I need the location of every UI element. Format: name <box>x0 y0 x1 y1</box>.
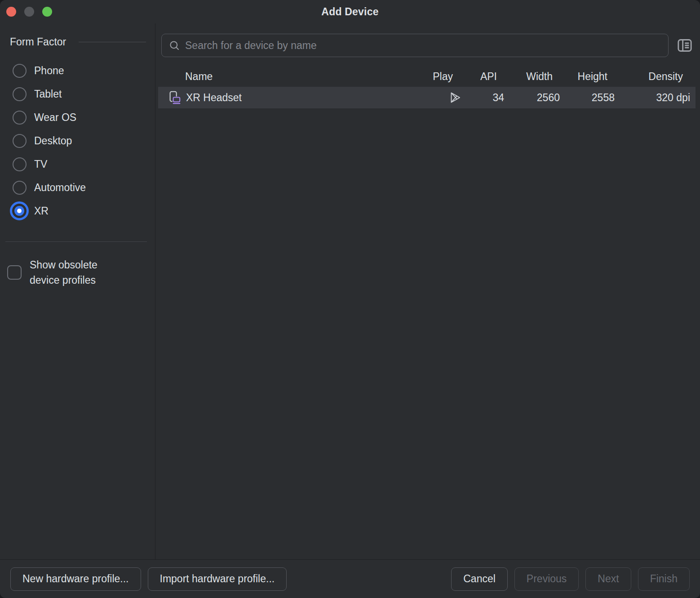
form-factor-rule <box>79 42 146 42</box>
dialog-footer: New hardware profile... Import hardware … <box>0 559 700 598</box>
column-header-api[interactable]: API <box>465 71 509 83</box>
footer-right-buttons: Cancel Previous Next Finish <box>451 567 690 591</box>
add-device-dialog: Add Device Form Factor Phone Tablet <box>0 0 700 598</box>
close-window-button[interactable] <box>6 7 16 17</box>
radio-desktop[interactable]: Desktop <box>0 129 155 152</box>
xr-device-icon <box>167 90 182 105</box>
form-factor-header: Form Factor <box>0 36 155 48</box>
column-header-height[interactable]: Height <box>565 71 620 83</box>
radio-label: TV <box>34 158 47 170</box>
form-factor-sidebar: Form Factor Phone Tablet Wear OS <box>0 23 155 559</box>
new-hardware-profile-button[interactable]: New hardware profile... <box>10 567 141 591</box>
radio-icon <box>10 201 29 220</box>
height-cell: 2558 <box>565 92 620 104</box>
radio-label: Desktop <box>34 135 72 147</box>
radio-label: Automotive <box>34 182 86 194</box>
column-header-play[interactable]: Play <box>426 71 465 83</box>
device-table: Name Play API Width Height Density <box>158 66 696 108</box>
radio-icon <box>10 155 29 174</box>
radio-icon <box>10 178 29 197</box>
column-header-width[interactable]: Width <box>509 71 565 83</box>
radio-automotive[interactable]: Automotive <box>0 176 155 199</box>
column-header-name[interactable]: Name <box>158 71 426 83</box>
finish-button[interactable]: Finish <box>638 567 690 591</box>
show-obsolete-checkbox[interactable] <box>7 265 22 280</box>
form-factor-title: Form Factor <box>10 36 66 48</box>
width-cell: 2560 <box>509 92 565 104</box>
zoom-window-button[interactable] <box>42 7 52 17</box>
device-list-pane: Name Play API Width Height Density <box>155 23 700 559</box>
play-store-icon <box>448 91 462 104</box>
device-name-cell: XR Headset <box>158 90 426 105</box>
table-panel-icon <box>676 36 694 54</box>
sidebar-divider <box>5 241 147 242</box>
column-header-density[interactable]: Density <box>620 71 696 83</box>
radio-icon <box>10 131 29 150</box>
search-icon <box>168 40 181 52</box>
show-obsolete-checkbox-row[interactable]: Show obsolete device profiles <box>0 257 155 288</box>
play-store-cell <box>426 91 465 104</box>
import-hardware-profile-button[interactable]: Import hardware profile... <box>148 567 287 591</box>
api-cell: 34 <box>465 92 509 104</box>
radio-label: XR <box>34 205 49 217</box>
radio-label: Wear OS <box>34 112 76 124</box>
form-factor-radio-group: Phone Tablet Wear OS Desktop TV <box>0 59 155 223</box>
radio-icon <box>10 61 29 80</box>
device-search-field[interactable] <box>161 34 669 57</box>
details-view-toggle-button[interactable] <box>675 36 695 55</box>
cancel-button[interactable]: Cancel <box>451 567 508 591</box>
radio-wear-os[interactable]: Wear OS <box>0 106 155 129</box>
radio-xr[interactable]: XR <box>0 199 155 223</box>
window-title: Add Device <box>321 6 378 18</box>
radio-label: Phone <box>34 65 64 77</box>
traffic-lights <box>6 7 52 17</box>
title-bar: Add Device <box>0 0 700 23</box>
device-row-xr-headset[interactable]: XR Headset 34 2560 2558 <box>158 87 696 108</box>
search-row <box>161 34 695 57</box>
minimize-window-button[interactable] <box>24 7 34 17</box>
radio-tablet[interactable]: Tablet <box>0 82 155 106</box>
radio-tv[interactable]: TV <box>0 152 155 176</box>
density-cell: 320 dpi <box>620 92 696 104</box>
device-table-header: Name Play API Width Height Density <box>158 66 696 87</box>
search-input[interactable] <box>185 40 663 52</box>
show-obsolete-label: Show obsolete device profiles <box>30 257 97 288</box>
footer-left-buttons: New hardware profile... Import hardware … <box>10 567 287 591</box>
device-name: XR Headset <box>186 92 242 104</box>
radio-icon <box>10 108 29 127</box>
radio-phone[interactable]: Phone <box>0 59 155 82</box>
radio-label: Tablet <box>34 88 62 100</box>
radio-icon <box>10 85 29 103</box>
dialog-content: Form Factor Phone Tablet Wear OS <box>0 23 700 559</box>
previous-button[interactable]: Previous <box>514 567 579 591</box>
next-button[interactable]: Next <box>585 567 631 591</box>
